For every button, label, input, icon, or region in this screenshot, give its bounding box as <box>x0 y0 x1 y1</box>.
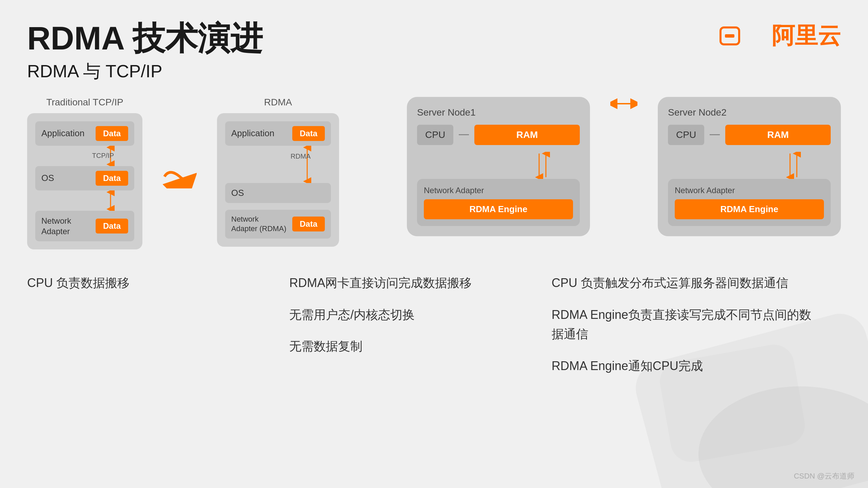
title-block: RDMA 技术演进 RDMA 与 TCP/IP <box>27 20 263 83</box>
main-title: RDMA 技术演进 <box>27 20 263 56</box>
logo-text: 阿里云 <box>772 20 841 51</box>
rdma-arrow-wrapper: RDMA <box>225 146 331 183</box>
rdma-section: RDMA Application Data RDMA <box>217 97 339 247</box>
server2-na-box: Network Adapter RDMA Engine <box>668 179 831 226</box>
rdma-layers: Application Data RDMA <box>225 121 331 239</box>
server1-cpu-ram-connector <box>459 134 469 135</box>
tcpip-label: Traditional TCP/IP <box>46 97 123 108</box>
server-node2-section: Server Node2 CPU RAM <box>658 97 841 236</box>
text-col2-item3: 无需数据复制 <box>289 337 551 356</box>
server1-vertical-arrows <box>532 152 553 179</box>
tcpip-section: Traditional TCP/IP Application Data TCP/… <box>27 97 142 249</box>
server1-ram: RAM <box>474 125 580 145</box>
server-node1-section: Server Node1 CPU RAM <box>407 97 590 236</box>
bottom-text-section: CPU 负责数据搬移 RDMA网卡直接访问完成数据搬移 无需用户态/内核态切换 … <box>27 273 841 375</box>
layer-os: OS Data <box>35 166 134 190</box>
layer-application-label: Application <box>41 128 84 139</box>
server2-vert-arrows <box>668 152 831 179</box>
server1-na-label: Network Adapter <box>424 186 573 195</box>
text-col2-item1: RDMA网卡直接访问完成数据搬移 <box>289 273 551 293</box>
rdma-protocol-label: RDMA <box>291 152 311 160</box>
header: RDMA 技术演进 RDMA 与 TCP/IP 阿里云 <box>27 20 841 83</box>
server1-cpu-ram: CPU RAM <box>417 125 580 145</box>
text-col2-item2: 无需用户态/内核态切换 <box>289 305 551 325</box>
server-node1-label: Server Node1 <box>417 107 580 118</box>
text-col1-item1: CPU 负责数据搬移 <box>27 273 289 293</box>
tcpip-protocol-label: TCP/IP <box>92 152 114 160</box>
server1-vert-arrows <box>417 152 580 179</box>
server1-cpu: CPU <box>417 125 453 145</box>
aliyun-logo-icon <box>719 22 766 49</box>
server-node2-label: Server Node2 <box>668 107 831 118</box>
server2-na-label: Network Adapter <box>675 186 824 195</box>
rdma-layer-os: OS <box>225 183 331 203</box>
logo: 阿里云 <box>719 20 841 51</box>
layer-os-label: OS <box>41 173 54 183</box>
rdma-vertical-arrow <box>300 146 314 183</box>
rdma-os-label: OS <box>231 188 244 198</box>
tcpip-diagram-box: Application Data TCP/IP <box>27 113 142 249</box>
server2-cpu-ram: CPU RAM <box>668 125 831 145</box>
main-page: RDMA 技术演进 RDMA 与 TCP/IP 阿里云 Traditional … <box>0 0 868 488</box>
data-badge-os: Data <box>96 171 128 186</box>
text-col3-item3: RDMA Engine通知CPU完成 <box>552 356 814 376</box>
data-badge-na: Data <box>96 219 128 233</box>
layer-na: NetworkAdapter Data <box>35 211 134 241</box>
rdma-app-label: Application <box>231 128 274 139</box>
server1-na-box: Network Adapter RDMA Engine <box>417 179 580 226</box>
transition-arrow <box>163 97 197 188</box>
rdma-diagram-box: Application Data RDMA <box>217 113 339 247</box>
svg-rect-1 <box>725 34 734 38</box>
text-col3-item2: RDMA Engine负责直接读写完成不同节点间的数据通信 <box>552 305 814 344</box>
big-right-arrow <box>163 165 197 188</box>
server2-cpu: CPU <box>668 125 704 145</box>
server-horizontal-arrow <box>610 97 637 110</box>
tcpip-arrow-wrapper: TCP/IP <box>35 146 134 166</box>
tcpip-layers: Application Data TCP/IP <box>35 121 134 241</box>
tcpip-arrow-wrapper2 <box>35 190 134 211</box>
server2-cpu-ram-connector <box>710 134 720 135</box>
tcpip-vertical-arrow2 <box>104 190 117 211</box>
server2-ram: RAM <box>725 125 831 145</box>
text-col-2: RDMA网卡直接访问完成数据搬移 无需用户态/内核态切换 无需数据复制 <box>289 273 551 375</box>
data-badge-app: Data <box>96 126 128 141</box>
text-col-1: CPU 负责数据搬移 <box>27 273 289 375</box>
layer-na-label: NetworkAdapter <box>41 216 71 237</box>
rdma-layer-application: Application Data <box>225 121 331 146</box>
text-col3-item1: CPU 负责触发分布式运算服务器间数据通信 <box>552 273 814 293</box>
rdma-data-badge-app: Data <box>292 126 325 141</box>
layer-application: Application Data <box>35 121 134 146</box>
rdma-label: RDMA <box>264 97 292 108</box>
sub-title: RDMA 与 TCP/IP <box>27 60 263 83</box>
rdma-layer-na: NetworkAdapter (RDMA) Data <box>225 210 331 239</box>
rdma-spacer <box>225 203 331 210</box>
watermark: CSDN @云布道师 <box>794 471 854 481</box>
text-col-3: CPU 负责触发分布式运算服务器间数据通信 RDMA Engine负责直接读写完… <box>552 273 814 375</box>
server1-rdma-engine: RDMA Engine <box>424 199 573 219</box>
rdma-data-badge-na: Data <box>292 217 325 231</box>
server2-rdma-engine: RDMA Engine <box>675 199 824 219</box>
server-connection-arrow <box>610 97 637 131</box>
server2-vertical-arrows <box>783 152 804 179</box>
rdma-na-label: NetworkAdapter (RDMA) <box>231 215 287 234</box>
